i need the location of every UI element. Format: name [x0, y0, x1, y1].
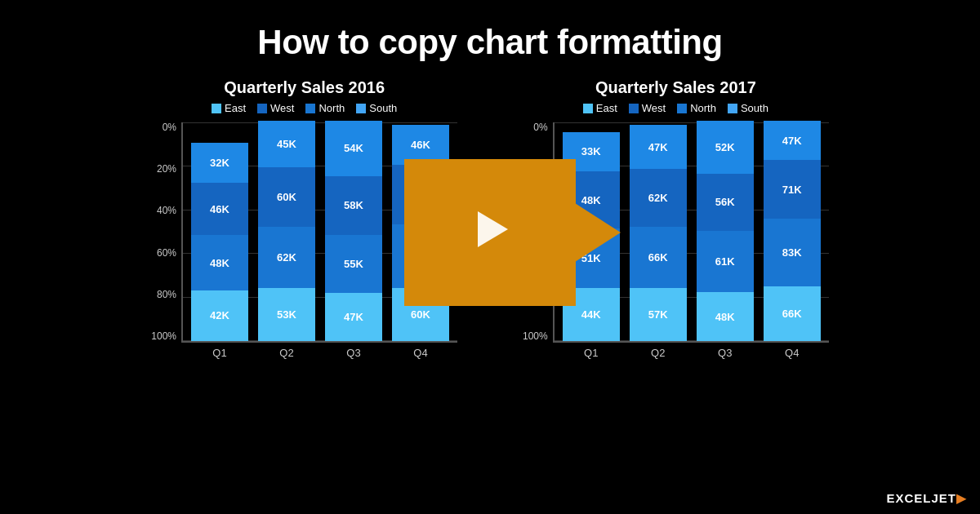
bar-q2-north: 60K: [258, 167, 315, 227]
chart2-xlabel-q3: Q3: [697, 347, 754, 359]
exceljet-logo: EXCELJET▶: [886, 491, 967, 506]
logo-arrow-icon: ▶: [956, 491, 967, 505]
bar-q1-north: 46K: [191, 183, 248, 236]
east-swatch: [212, 104, 221, 113]
c2-bar-q2-east: 57K: [630, 288, 687, 341]
bar-q3-north: 58K: [325, 176, 382, 236]
chart1-bar-q2: 53K 62K 60K 45K: [258, 121, 315, 341]
chart1-xlabel-q1: Q1: [191, 347, 248, 359]
page-title: How to copy chart formatting: [257, 23, 722, 62]
chart2-legend-south: South: [728, 102, 768, 114]
chart1-title: Quarterly Sales 2016: [224, 78, 385, 97]
chart2-xlabel-q1: Q1: [563, 347, 620, 359]
chart2-legend: East West North South: [583, 102, 768, 114]
legend-east: East: [212, 102, 246, 114]
c2-bar-q3-west: 61K: [697, 231, 754, 292]
chart2-bar-q4: 66K 83K 71K 47K: [764, 121, 821, 341]
chart2-legend-east: East: [583, 102, 617, 114]
c2-south-swatch: [728, 104, 737, 113]
bar-q2-south: 45K: [258, 121, 315, 167]
c2-bar-q4-south: 47K: [764, 121, 821, 160]
chart1-yaxis: 100% 80% 60% 40% 20% 0%: [151, 122, 181, 359]
c2-bar-q2-north: 62K: [630, 169, 687, 226]
bar-q3-west: 55K: [325, 235, 382, 292]
svg-marker-0: [478, 211, 508, 247]
chart2-bar-q2: 57K 66K 62K 47K: [630, 121, 687, 341]
legend-south: South: [356, 102, 397, 114]
chart1-legend: East West North South: [212, 102, 397, 114]
c2-legend-east-label: East: [596, 102, 617, 114]
chart1-xlabel-q2: Q2: [258, 347, 315, 359]
bar-q1-east: 42K: [191, 290, 248, 341]
legend-west-label: West: [270, 102, 294, 114]
c2-bar-q3-south: 52K: [697, 121, 754, 174]
chart2-xlabel-q2: Q2: [630, 347, 687, 359]
north-swatch: [305, 104, 315, 113]
c2-bar-q2-south: 47K: [630, 125, 687, 169]
bar-q1-west: 48K: [191, 235, 248, 290]
c2-north-swatch: [677, 104, 687, 113]
chart1-xlabel-q3: Q3: [325, 347, 382, 359]
bar-q3-east: 47K: [325, 293, 382, 341]
chart1-bar-q1: 42K 48K 46K 32K: [191, 121, 248, 341]
video-overlay[interactable]: [404, 159, 576, 306]
bar-q1-south: 32K: [191, 143, 248, 183]
chart1-xlabel-q4: Q4: [392, 347, 449, 359]
chart2-bar-q3: 48K 61K 56K 52K: [697, 121, 754, 341]
legend-south-label: South: [369, 102, 397, 114]
c2-bar-q4-east: 66K: [764, 286, 821, 341]
legend-west: West: [257, 102, 294, 114]
legend-north: North: [305, 102, 345, 114]
south-swatch: [356, 104, 366, 113]
c2-bar-q2-west: 66K: [630, 227, 687, 289]
c2-bar-q4-west: 83K: [764, 219, 821, 286]
c2-east-swatch: [583, 104, 593, 113]
chart2-xlabel-q4: Q4: [764, 347, 821, 359]
legend-north-label: North: [318, 102, 345, 114]
bar-q2-west: 62K: [258, 227, 315, 289]
c2-bar-q3-north: 56K: [697, 174, 754, 231]
c2-legend-west-label: West: [642, 102, 666, 114]
bar-q2-east: 53K: [258, 288, 315, 341]
c2-legend-south-label: South: [741, 102, 768, 114]
chart2-legend-west: West: [629, 102, 666, 114]
c2-legend-north-label: North: [690, 102, 716, 114]
c2-bar-q3-east: 48K: [697, 292, 754, 341]
arrow-right-icon: [575, 203, 621, 262]
bar-q3-south: 54K: [325, 121, 382, 176]
charts-container: Quarterly Sales 2016 East West North Sou…: [0, 78, 980, 359]
chart1-bar-q3: 47K 55K 58K 54K: [325, 121, 382, 341]
chart2-xaxis: Q1 Q2 Q3 Q4: [553, 347, 829, 359]
chart2-legend-north: North: [677, 102, 716, 114]
play-icon[interactable]: [466, 205, 514, 254]
chart2-title: Quarterly Sales 2017: [595, 78, 756, 97]
west-swatch: [257, 104, 267, 113]
chart1-xaxis: Q1 Q2 Q3 Q4: [181, 347, 457, 359]
legend-east-label: East: [225, 102, 246, 114]
c2-bar-q4-north: 71K: [764, 160, 821, 219]
c2-west-swatch: [629, 104, 639, 113]
overlay-box[interactable]: [404, 159, 576, 306]
